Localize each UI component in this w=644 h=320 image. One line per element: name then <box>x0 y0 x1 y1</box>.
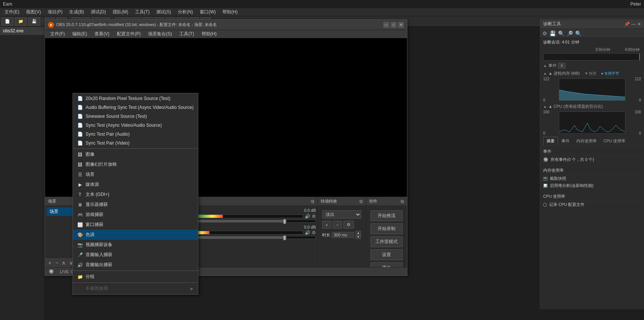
toolbar-new[interactable]: 📄 <box>1 17 13 26</box>
scene-up-button[interactable]: ∧ <box>61 260 67 266</box>
diag-zoom-in-icon[interactable]: 🔎 <box>567 30 573 36</box>
diag-zoom-out-icon[interactable]: 🔍 <box>575 30 581 36</box>
tab-summary[interactable]: 摘要 <box>543 137 558 145</box>
obs-minimize-button[interactable]: — <box>383 22 389 28</box>
diag-minimize-button[interactable]: — <box>631 22 636 27</box>
ctx-item-0[interactable]: 📄 20x20 Random Pixel Texture Source (Tes… <box>73 94 198 103</box>
scene-add-button[interactable]: + <box>47 260 52 266</box>
channel1-slider-thumb[interactable] <box>283 219 286 224</box>
transition-duration-input[interactable] <box>332 232 354 238</box>
ctx-item-16[interactable]: 🎤 音频输入捕获 <box>73 250 198 260</box>
diag-close-button[interactable]: ✕ <box>637 22 641 27</box>
ctx-icon-window: ⬜ <box>77 222 83 227</box>
duration-up-button[interactable]: ▲ <box>356 231 361 235</box>
timeline-bar[interactable] <box>543 53 641 61</box>
channel2-settings-button[interactable]: ⚙ <box>312 230 316 235</box>
tab-memory[interactable]: 内存使用率 <box>573 137 600 145</box>
diag-cpu-header[interactable]: ▲ ▲ CPU (所有处理器的百分比) <box>540 102 644 110</box>
controls-panel-header: 控件 ⧉ <box>366 197 407 206</box>
tab-cpu[interactable]: CPU 使用率 <box>600 137 629 145</box>
ctx-item-17[interactable]: 🔊 音频输出捕获 <box>73 260 198 270</box>
channel1-settings-button[interactable]: ⚙ <box>312 214 316 219</box>
controls-expand-icon[interactable]: ⧉ <box>401 199 404 204</box>
start-record-button[interactable]: 开始录制 <box>371 223 403 234</box>
ctx-item-8[interactable]: ☰ 场景 <box>73 169 198 180</box>
cpu-radio[interactable] <box>543 203 547 207</box>
transition-remove-button[interactable]: − <box>333 221 342 229</box>
ctx-item-11[interactable]: 🖥 显示器捕获 <box>73 200 198 210</box>
duration-down-button[interactable]: ▼ <box>356 235 361 239</box>
ctx-item-14[interactable]: 🎨 色源 <box>73 230 198 240</box>
diag-pin-button[interactable]: 📌 <box>624 22 630 27</box>
toolbar-save[interactable]: 💾 <box>28 17 40 26</box>
ctx-item-1[interactable]: 📄 Audio Buffering Sync Test (Async Video… <box>73 103 198 112</box>
menubar-item-analyze[interactable]: 分析(N) <box>175 8 196 16</box>
diag-save-icon[interactable]: 💾 <box>550 30 556 36</box>
ctx-item-12[interactable]: 🎮 游戏捕获 <box>73 210 198 220</box>
channel1-mute-button[interactable]: 🔊 <box>305 214 310 219</box>
menubar-item-debug[interactable]: 调试(D) <box>88 8 109 16</box>
ctx-label-18: 分组 <box>86 274 94 280</box>
ctx-label-15: 视频捕获设备 <box>86 242 112 248</box>
menubar-item-build[interactable]: 生成(B) <box>66 8 87 16</box>
ctx-item-3[interactable]: 📄 Sync Test (Async Video/Audio Source) <box>73 121 198 130</box>
transition-add-button[interactable]: + <box>322 221 331 229</box>
ctx-separator-3 <box>73 282 198 283</box>
ctx-item-7[interactable]: 🖼 图像幻灯片放映 <box>73 159 198 169</box>
obs-menu-tools[interactable]: 工具(T) <box>176 30 198 38</box>
transition-effect-select[interactable]: 淡出 <box>322 210 361 219</box>
obs-menu-help[interactable]: 帮助(H) <box>198 30 221 38</box>
diag-memory-header[interactable]: ▲ ▲ 进程内存 (MB) ▼ 快照 ● 专用字节 <box>540 69 644 77</box>
diag-search-icon[interactable]: 🔍 <box>558 30 564 36</box>
all-events-label: 所有事件(0 个，共 0 个) <box>551 157 594 162</box>
tab-events[interactable]: 事件 <box>558 137 573 145</box>
obs-menu-edit[interactable]: 编辑(E) <box>68 30 91 38</box>
menubar-item-tools[interactable]: 工具(T) <box>132 8 153 16</box>
ctx-item-10[interactable]: T 文本 (GDI+) <box>73 190 198 200</box>
menubar-item-window[interactable]: 窗口(W) <box>197 8 219 16</box>
memory-snapshot-label: 截取快照 <box>550 176 566 181</box>
obs-menu-scene-collection[interactable]: 场景集合(S) <box>144 30 176 38</box>
controls-panel-icons: ⧉ <box>401 199 404 204</box>
ctx-item-13[interactable]: ⬜ 窗口捕获 <box>73 220 198 230</box>
ctx-item-5[interactable]: 📄 Sync Test Pair (Video) <box>73 139 198 148</box>
menubar-item-view[interactable]: 视图(V) <box>23 8 44 16</box>
start-stream-button[interactable]: 开始推流 <box>371 210 403 221</box>
menubar-item-test[interactable]: 测试(S) <box>153 8 174 16</box>
channel2-slider-thumb[interactable] <box>283 236 286 240</box>
diag-settings-icon[interactable]: ⚙ <box>542 30 547 36</box>
transition-expand-icon[interactable]: ⧉ <box>359 199 363 204</box>
menubar-item-file[interactable]: 文件(E) <box>1 8 22 16</box>
mixer-expand-icon[interactable]: ⧉ <box>311 199 314 204</box>
ctx-item-4[interactable]: 📄 Sync Test Pair (Audio) <box>73 130 198 139</box>
exit-button[interactable]: 退出 <box>371 262 403 267</box>
menubar-item-project[interactable]: 项目(P) <box>45 8 65 16</box>
ctx-item-deprecated[interactable]: 不推荐使用 ▶ <box>73 284 198 294</box>
obs-title-left: ● OBS 25.0.7-110-g07ae6b4c-modified (32-… <box>48 22 217 28</box>
ctx-item-2[interactable]: 📄 Sinewave Sound Source (Test) <box>73 112 198 121</box>
ctx-item-15[interactable]: 📷 视频捕获设备 <box>73 240 198 250</box>
cpu-usage-title: CPU 使用率 <box>543 192 641 201</box>
timeline-label-2: 4:00分钟 <box>625 47 640 52</box>
transition-settings-button[interactable]: ⚙ <box>343 221 354 229</box>
obs-maximize-button[interactable]: □ <box>391 22 397 28</box>
menubar-item-help[interactable]: 帮助(H) <box>220 8 241 16</box>
ctx-item-18[interactable]: 📁 分组 <box>73 272 198 282</box>
obs-close-button[interactable]: ✕ <box>398 22 404 28</box>
diag-session-value: 4:01 分钟 <box>562 40 579 44</box>
studio-mode-button[interactable]: 工作室模式 <box>371 236 403 247</box>
ctx-item-6[interactable]: 🖼 图像 <box>73 149 198 159</box>
ctx-item-9[interactable]: ▶ 媒体源 <box>73 180 198 190</box>
settings-button[interactable]: 设置 <box>371 249 403 260</box>
obs-menu-view[interactable]: 查看(V) <box>91 30 113 38</box>
scene-remove-button[interactable]: − <box>54 260 59 266</box>
left-panel-obs[interactable]: obs32.exe <box>0 27 44 35</box>
obs-menu-file[interactable]: 文件(F) <box>47 30 68 38</box>
menubar-item-team[interactable]: 团队(M) <box>110 8 131 16</box>
toolbar-open[interactable]: 📁 <box>15 17 27 26</box>
diag-events-header[interactable]: ▲ 事件 ⏸ <box>540 61 644 69</box>
diag-session-section: 诊断会话: 4:01 分钟 <box>540 38 644 46</box>
channel2-mute-button[interactable]: 🔊 <box>305 230 310 235</box>
obs-menu-profile[interactable]: 配置文件(P) <box>113 30 144 38</box>
cpu-title: ▲ CPU (所有处理器的百分比) <box>548 104 603 109</box>
